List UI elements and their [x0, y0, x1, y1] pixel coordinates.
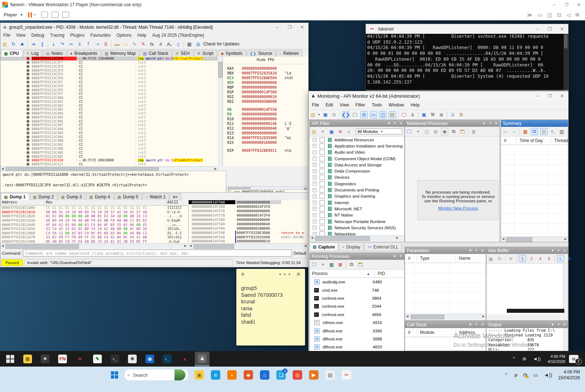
- register-row[interactable]: RSI0000000000000010: [223, 94, 308, 99]
- edge-browser[interactable]: e: [209, 368, 223, 382]
- dump-row[interactable]: 00007FFD3281107033 D2 49 F7 F0 49 FF CE …: [0, 235, 188, 239]
- api-filter-menu-icon[interactable]: ▼: [387, 121, 391, 125]
- photos-app[interactable]: ❏1: [274, 368, 288, 382]
- disasm-row[interactable]: 00007FFD3113C3FCCCint3: [0, 80, 218, 84]
- item-checkbox[interactable]: [320, 187, 325, 193]
- item-checkbox[interactable]: [320, 194, 325, 199]
- cmd-app[interactable]: ›_: [108, 352, 122, 366]
- item-checkbox[interactable]: [320, 225, 325, 230]
- dump-row[interactable]: 00007FFD3281102081 EC 80 00 00 00 48 8B …: [0, 214, 188, 218]
- parameters-close-icon[interactable]: ✕: [481, 248, 484, 252]
- api-filter-item[interactable]: +Application Installation and Servicing: [310, 143, 404, 149]
- api-filter-item[interactable]: +Diagnostics: [310, 181, 404, 187]
- notepad-app[interactable]: ✎: [90, 352, 105, 366]
- dump-tab-6[interactable]: ◔Watch 1: [143, 193, 169, 201]
- process-row[interactable]: C:\cmd.exe748: [310, 286, 404, 294]
- apimon-menu-tools[interactable]: Tools: [369, 102, 385, 108]
- callstack-menu-icon[interactable]: ▼: [469, 323, 472, 327]
- host-mic-muted-icon[interactable]: ⌀: [514, 372, 517, 378]
- breakpoint-dot[interactable]: [27, 139, 29, 142]
- vmware-maximize-button[interactable]: ❐: [560, 2, 573, 7]
- hex-save-icon[interactable]: ▣: [488, 255, 494, 262]
- item-checkbox[interactable]: [320, 162, 325, 167]
- api-filter-item[interactable]: +Devices: [310, 174, 404, 181]
- disasm-row[interactable]: 00007FFD3113C40CCCint3: [0, 143, 218, 147]
- disasm-row[interactable]: 00007FFD3113C409CCint3: [0, 131, 218, 135]
- apimon-menu-help[interactable]: Help: [407, 102, 423, 108]
- api-filter-item[interactable]: +Data Access and Storage: [310, 162, 404, 168]
- disasm-row[interactable]: 00007FFD3113C404CCint3: [0, 112, 218, 116]
- monitor-new-process-link[interactable]: Monitor New Process: [438, 206, 478, 210]
- tab-breakpoints[interactable]: ●Breakpoints: [67, 50, 101, 57]
- api-filter-item[interactable]: +Netscape Portable Runtime: [310, 218, 404, 225]
- blue-app[interactable]: ◉: [143, 352, 157, 366]
- disasm-row[interactable]: 00007FFD3113C401CCint3: [0, 100, 218, 104]
- tab-memory-map[interactable]: ▥Memory Map: [102, 50, 139, 57]
- expand-icon[interactable]: +: [313, 138, 317, 142]
- expand-icon[interactable]: +: [313, 188, 317, 192]
- store-app[interactable]: ⌂: [258, 368, 272, 382]
- panel1-icon[interactable]: ⧉: [360, 111, 368, 118]
- hex-copy-icon[interactable]: ⧉: [496, 255, 503, 262]
- process-table-header[interactable]: Process ▲ PID: [310, 270, 404, 278]
- breakpoint-dot[interactable]: [27, 81, 29, 84]
- command-input[interactable]: Commands are comma separated (like assem…: [23, 250, 292, 256]
- monitored-tree-icon[interactable]: ⧉: [450, 128, 457, 135]
- disassembly-vscrollbar[interactable]: [218, 57, 223, 166]
- panel2-icon[interactable]: ▭: [370, 111, 377, 118]
- sticky-add-icon[interactable]: +: [241, 270, 245, 279]
- hexbuffer-menu-icon[interactable]: ▼: [551, 248, 554, 252]
- expand-icon[interactable]: +: [313, 201, 317, 205]
- register-row[interactable]: RAX0000000000000000: [223, 66, 308, 71]
- clear-filter-icon[interactable]: ✕: [337, 128, 344, 135]
- attach-icon[interactable]: 🖵: [352, 112, 358, 118]
- monitored-pin-icon[interactable]: 🖈: [489, 121, 492, 125]
- disasm-row[interactable]: 00007FFD3113C3F0–48:FF25 11640600jmp qwo…: [0, 57, 218, 61]
- api-filter-close-icon[interactable]: ✕: [400, 121, 402, 125]
- host-sync-icon[interactable]: ⟳: [523, 372, 528, 378]
- api-monitor-close-button[interactable]: ✕: [556, 93, 568, 98]
- tab-external-dll[interactable]: ▭External DLL: [364, 243, 402, 251]
- group-2-button[interactable]: 2: [528, 255, 535, 262]
- code-icon[interactable]: ❮❯: [342, 111, 349, 118]
- host-volume-icon[interactable]: ◄)): [544, 372, 552, 378]
- disasm-row[interactable]: 00007FFD3113C40DCCint3: [0, 147, 218, 151]
- dump-panel[interactable]: Address Hex ASCII 00007FFD32811000CC CC …: [0, 200, 188, 243]
- columns-icon[interactable]: ▥: [558, 128, 565, 135]
- api-filter-hscrollbar[interactable]: ◀▶: [310, 235, 404, 241]
- crosshair-icon[interactable]: ⊕: [441, 128, 448, 135]
- pause-icon[interactable]: ∥: [39, 41, 45, 47]
- window-icon[interactable]: ▣: [421, 112, 427, 118]
- dump-tab-1[interactable]: ▦Dump 1: [1, 193, 29, 201]
- hash-icon[interactable]: #: [158, 41, 164, 47]
- register-row[interactable]: RBX00007FFD32935A10"Ld: [223, 71, 308, 76]
- panel4-icon[interactable]: ▤: [389, 111, 396, 118]
- expand-icon[interactable]: +: [313, 169, 317, 173]
- register-row[interactable]: RDI0000000000388000: [223, 99, 308, 104]
- monitor-new-icon[interactable]: 🖵: [406, 128, 413, 135]
- tools-icon[interactable]: ⚒: [429, 112, 436, 118]
- x64dbg-menu-aug-19-2025-titanengine-[interactable]: Aug 19 2025 (TitanEngine): [149, 33, 207, 38]
- tab-script[interactable]: ⚙Script: [194, 50, 217, 57]
- breakpoint-dot[interactable]: [27, 69, 29, 72]
- api-filter-item[interactable]: +Networking: [310, 231, 404, 235]
- expand-icon[interactable]: +: [313, 163, 317, 167]
- disasm-row[interactable]: 00007FFD3113C3F8CCint3: [0, 65, 218, 69]
- tab-symbols[interactable]: ◆Symbols: [218, 50, 246, 57]
- hex-refresh-icon[interactable]: ⟳: [508, 255, 514, 262]
- sticky-menu-icon[interactable]: • • •: [279, 271, 291, 277]
- step-into-icon[interactable]: ⇣: [51, 41, 56, 47]
- process-row[interactable]: ▤audiodg.exe6480: [310, 278, 404, 286]
- api-monitor-minimize-button[interactable]: –: [531, 93, 544, 98]
- stack-row[interactable]: 000000000014F568000000000014F5F0: [189, 205, 309, 209]
- expand-icon[interactable]: +: [313, 207, 317, 211]
- monitored-menu-icon[interactable]: ▼: [482, 121, 486, 125]
- fakenet-scrollbar[interactable]: [564, 34, 568, 90]
- breakpoint-dot[interactable]: [27, 85, 29, 88]
- item-checkbox[interactable]: [320, 137, 325, 142]
- orange-app[interactable]: ◆: [241, 368, 255, 382]
- api-filter-item[interactable]: +Audio and Video: [310, 149, 404, 155]
- group-1-button[interactable]: 1: [519, 255, 526, 262]
- breakpoint-dot[interactable]: [27, 132, 29, 134]
- tree-view-icon[interactable]: ⧉: [531, 128, 538, 135]
